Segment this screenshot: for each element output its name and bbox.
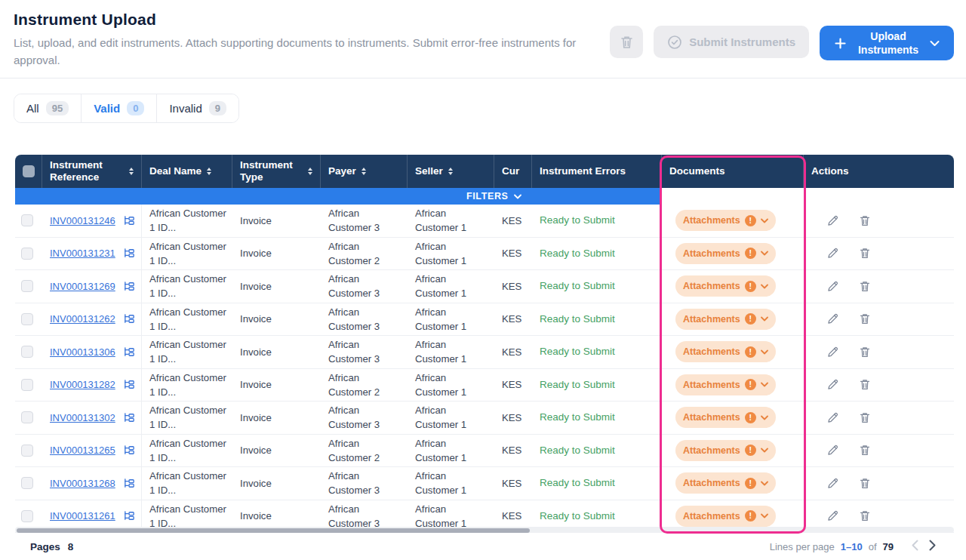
delete-icon[interactable] [859, 247, 871, 260]
column-header-seller[interactable]: Seller [408, 155, 494, 188]
plus-icon [834, 37, 847, 50]
attachments-dropdown[interactable]: Attachments ! [675, 341, 776, 362]
instrument-tree-icon[interactable] [123, 312, 136, 325]
row-checkbox[interactable] [21, 313, 33, 325]
attachments-dropdown[interactable]: Attachments ! [675, 210, 776, 231]
instrument-tree-icon[interactable] [123, 477, 136, 490]
submit-instruments-button[interactable]: Submit Instruments [654, 26, 809, 58]
instrument-tree-icon[interactable] [123, 444, 136, 457]
instrument-reference-link[interactable]: INV000131261 [50, 509, 119, 524]
instrument-tree-icon[interactable] [123, 247, 136, 260]
horizontal-scrollbar-thumb[interactable] [17, 528, 530, 533]
delete-icon[interactable] [859, 214, 871, 227]
payer-cell: African Customer 2 [321, 369, 408, 402]
select-all-checkbox[interactable] [15, 155, 42, 188]
instrument-errors-cell: Ready to Submit [532, 402, 662, 434]
edit-icon[interactable] [826, 378, 839, 391]
column-header-currency[interactable]: Cur [494, 155, 532, 188]
header-actions: Submit Instruments Upload Instruments [610, 26, 954, 69]
sort-icon [129, 168, 134, 175]
payer-cell: African Customer 3 [321, 303, 408, 336]
status-badge: Ready to Submit [540, 410, 615, 425]
attachments-dropdown[interactable]: Attachments ! [675, 472, 776, 494]
check-circle-icon [667, 35, 682, 50]
instrument-tree-icon[interactable] [123, 280, 136, 293]
instrument-tree-icon[interactable] [123, 346, 136, 358]
row-checkbox[interactable] [21, 346, 33, 358]
tab-invalid[interactable]: Invalid 9 [157, 94, 238, 122]
validity-tab-group: All 95 Valid 0 Invalid 9 [14, 94, 239, 123]
tab-all[interactable]: All 95 [14, 94, 82, 122]
delete-icon[interactable] [859, 312, 871, 325]
attachments-dropdown[interactable]: Attachments ! [675, 309, 776, 330]
deal-name-cell: African Customer 1 ID... [142, 238, 232, 270]
delete-icon[interactable] [859, 411, 871, 424]
delete-icon[interactable] [859, 280, 871, 293]
payer-cell: African Customer 2 [321, 238, 408, 270]
currency-cell: KES [494, 336, 532, 368]
edit-icon[interactable] [826, 312, 839, 325]
attachments-dropdown[interactable]: Attachments ! [675, 243, 776, 264]
previous-page-button[interactable] [912, 540, 918, 553]
instrument-reference-link[interactable]: INV000131306 [50, 345, 119, 360]
edit-icon[interactable] [826, 214, 839, 227]
attachments-dropdown[interactable]: Attachments ! [675, 440, 776, 461]
delete-icon[interactable] [859, 477, 871, 490]
edit-icon[interactable] [826, 247, 839, 260]
row-checkbox[interactable] [21, 280, 33, 292]
seller-cell: African Customer 1 [408, 303, 494, 336]
instrument-reference-link[interactable]: INV000131262 [50, 312, 119, 327]
upload-instruments-label: Upload Instruments [853, 29, 924, 57]
delete-selected-button[interactable] [610, 26, 643, 58]
attachments-dropdown[interactable]: Attachments ! [675, 275, 776, 297]
tab-valid[interactable]: Valid 0 [82, 94, 157, 122]
edit-icon[interactable] [826, 346, 839, 358]
instrument-reference-link[interactable]: INV000131268 [50, 476, 119, 491]
column-header-payer[interactable]: Payer [321, 155, 408, 188]
row-checkbox[interactable] [21, 477, 33, 489]
attachments-dropdown[interactable]: Attachments ! [675, 407, 776, 428]
deal-name-cell: African Customer 1 ID... [142, 270, 232, 303]
instrument-reference-link[interactable]: INV000131231 [50, 246, 119, 261]
row-checkbox[interactable] [21, 379, 33, 391]
instrument-tree-icon[interactable] [123, 214, 136, 227]
instrument-tree-icon[interactable] [123, 378, 136, 391]
sort-icon [448, 168, 453, 175]
edit-icon[interactable] [826, 444, 839, 457]
filters-bar: FILTERS [15, 188, 954, 205]
instrument-tree-icon[interactable] [123, 411, 136, 424]
row-checkbox[interactable] [21, 510, 33, 522]
edit-icon[interactable] [826, 280, 839, 293]
submit-instruments-label: Submit Instruments [689, 35, 795, 48]
pages-value: 8 [68, 541, 74, 552]
status-badge: Ready to Submit [540, 344, 615, 359]
row-checkbox[interactable] [21, 248, 33, 260]
attachments-dropdown[interactable]: Attachments ! [675, 374, 776, 395]
edit-icon[interactable] [826, 411, 839, 424]
delete-icon[interactable] [859, 346, 871, 358]
documents-cell: Attachments ! [662, 435, 804, 467]
instrument-tree-icon[interactable] [123, 509, 136, 522]
attachments-dropdown[interactable]: Attachments ! [675, 506, 776, 527]
instrument-reference-link[interactable]: INV000131265 [50, 443, 119, 458]
instrument-reference-link[interactable]: INV000131246 [50, 214, 119, 229]
edit-icon[interactable] [826, 509, 839, 522]
column-header-instrument-type[interactable]: Instrument Type [232, 155, 321, 188]
edit-icon[interactable] [826, 477, 839, 490]
row-checkbox[interactable] [21, 214, 33, 226]
status-badge: Ready to Submit [540, 475, 615, 491]
instrument-reference-link[interactable]: INV000131302 [50, 411, 119, 426]
delete-icon[interactable] [859, 378, 871, 391]
next-page-button[interactable] [929, 540, 936, 553]
delete-icon[interactable] [859, 444, 871, 457]
row-checkbox[interactable] [21, 411, 33, 423]
filters-toggle[interactable]: FILTERS [466, 188, 521, 205]
instrument-reference-link[interactable]: INV000131269 [50, 279, 119, 294]
delete-icon[interactable] [859, 509, 871, 522]
instrument-reference-link[interactable]: INV000131282 [50, 377, 119, 392]
column-header-deal-name[interactable]: Deal Name [142, 155, 232, 188]
column-header-instrument-reference[interactable]: Instrument Reference [42, 155, 142, 188]
row-checkbox[interactable] [21, 445, 33, 457]
upload-instruments-button[interactable]: Upload Instruments [820, 26, 954, 60]
instrument-errors-cell: Ready to Submit [532, 270, 662, 303]
